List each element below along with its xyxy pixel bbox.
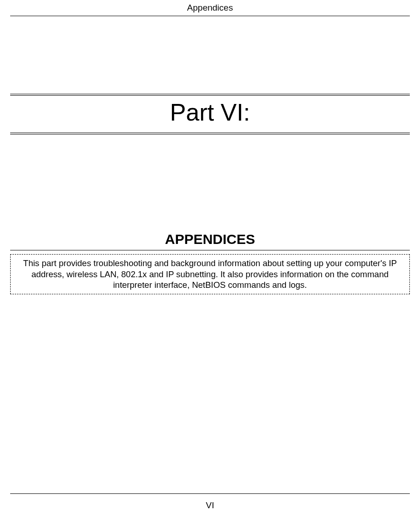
page-header: Appendices [10, 0, 410, 16]
part-title-rule-inner: Part VI: [10, 95, 410, 133]
page-number: VI [206, 500, 214, 510]
description-box: This part provides troubleshooting and b… [10, 254, 410, 294]
part-title-rule-outer: Part VI: [10, 94, 410, 134]
section-heading: APPENDICES [165, 231, 255, 247]
section-heading-wrapper: APPENDICES [10, 231, 410, 250]
page-footer: VI [10, 493, 410, 517]
description-text: This part provides troubleshooting and b… [23, 258, 397, 290]
part-title: Part VI: [170, 99, 250, 126]
page-content: Part VI: APPENDICES This part provides t… [10, 16, 410, 493]
header-title: Appendices [187, 3, 233, 12]
page-container: Appendices Part VI: APPENDICES This part… [0, 0, 420, 517]
